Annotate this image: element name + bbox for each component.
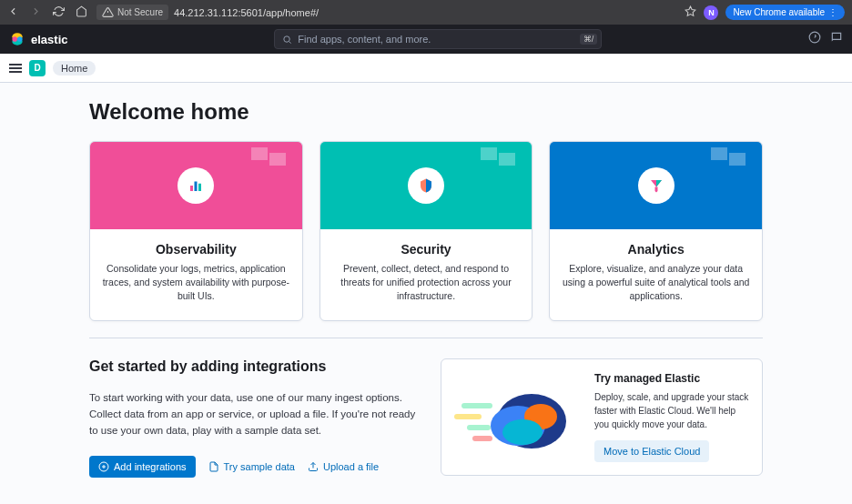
- card-title: Analytics: [561, 242, 751, 257]
- help-icon[interactable]: [808, 31, 821, 47]
- profile-avatar[interactable]: N: [704, 5, 718, 20]
- svg-rect-14: [729, 153, 746, 166]
- svg-rect-23: [472, 436, 492, 441]
- newsfeed-icon[interactable]: [830, 31, 843, 47]
- elastic-logo[interactable]: elastic: [9, 31, 67, 47]
- document-icon: [208, 461, 219, 472]
- divider: [89, 338, 763, 338]
- main-content: Welcome home Observability Consolidate y…: [0, 83, 852, 504]
- address-url[interactable]: 44.212.31.112:5601/app/home#/: [174, 7, 319, 18]
- search-shortcut: ⌘/: [580, 34, 598, 45]
- managed-desc: Deploy, scale, and upgrade your stack fa…: [594, 390, 749, 431]
- star-icon[interactable]: [685, 5, 696, 19]
- forward-icon[interactable]: [30, 5, 42, 19]
- not-secure-badge[interactable]: Not Secure: [96, 5, 168, 20]
- svg-point-2: [12, 36, 17, 42]
- upload-icon: [308, 461, 319, 472]
- svg-rect-7: [269, 153, 286, 166]
- svg-rect-6: [251, 147, 268, 160]
- card-desc: Explore, visualize, and analyze your dat…: [561, 262, 751, 304]
- plus-circle-icon: [98, 461, 109, 472]
- reload-icon[interactable]: [53, 5, 65, 19]
- breadcrumb[interactable]: Home: [53, 61, 96, 76]
- nav-toggle-button[interactable]: [9, 64, 22, 73]
- card-deco-icon: [251, 147, 288, 175]
- card-deco-icon: [711, 147, 747, 175]
- upload-file-link[interactable]: Upload a file: [308, 461, 379, 472]
- svg-point-4: [284, 35, 289, 41]
- observability-icon: [178, 167, 214, 204]
- svg-rect-22: [467, 425, 491, 430]
- card-title: Security: [331, 242, 522, 257]
- back-icon[interactable]: [7, 5, 19, 19]
- solution-card-observability[interactable]: Observability Consolidate your logs, met…: [89, 141, 303, 321]
- card-title: Observability: [101, 242, 291, 257]
- move-to-cloud-button[interactable]: Move to Elastic Cloud: [594, 440, 709, 462]
- svg-rect-13: [711, 147, 727, 160]
- svg-rect-10: [198, 184, 201, 191]
- solution-card-analytics[interactable]: Analytics Explore, visualize, and analyz…: [549, 141, 763, 321]
- managed-title: Try managed Elastic: [594, 372, 749, 385]
- svg-point-3: [17, 36, 23, 42]
- card-desc: Consolidate your logs, metrics, applicat…: [101, 262, 291, 304]
- svg-rect-12: [499, 153, 515, 166]
- getstarted-title: Get started by adding integrations: [89, 358, 419, 375]
- browser-chrome: Not Secure 44.212.31.112:5601/app/home#/…: [0, 0, 852, 25]
- search-icon: [282, 35, 292, 45]
- card-deco-icon: [481, 147, 517, 175]
- svg-rect-21: [454, 414, 482, 419]
- page-title: Welcome home: [89, 99, 763, 125]
- svg-point-19: [502, 419, 543, 445]
- elastic-topbar: elastic Find apps, content, and more. ⌘/: [0, 25, 852, 54]
- svg-rect-8: [190, 186, 193, 191]
- try-sample-data-link[interactable]: Try sample data: [208, 461, 295, 472]
- brand-label: elastic: [31, 33, 67, 46]
- home-icon[interactable]: [76, 5, 87, 19]
- getstarted-desc: To start working with your data, use one…: [89, 389, 417, 439]
- space-selector[interactable]: D: [29, 60, 46, 76]
- new-chrome-button[interactable]: New Chrome available ⋮: [725, 5, 845, 20]
- managed-elastic-panel: Try managed Elastic Deploy, scale, and u…: [441, 358, 763, 476]
- security-icon: [408, 167, 444, 204]
- svg-rect-11: [481, 147, 497, 160]
- not-secure-label: Not Secure: [117, 7, 163, 17]
- svg-rect-9: [195, 182, 198, 192]
- analytics-icon: [638, 167, 674, 204]
- elastic-logo-icon: [9, 31, 25, 47]
- cloud-illustration-icon: [454, 376, 582, 458]
- kibana-header: D Home: [0, 54, 852, 83]
- svg-rect-20: [462, 403, 492, 408]
- add-integrations-button[interactable]: Add integrations: [89, 456, 196, 478]
- search-placeholder: Find apps, content, and more.: [298, 34, 431, 45]
- kebab-icon: ⋮: [828, 7, 837, 17]
- card-desc: Prevent, collect, detect, and respond to…: [331, 262, 522, 304]
- solution-card-security[interactable]: Security Prevent, collect, detect, and r…: [320, 141, 533, 321]
- global-search-input[interactable]: Find apps, content, and more. ⌘/: [274, 29, 602, 49]
